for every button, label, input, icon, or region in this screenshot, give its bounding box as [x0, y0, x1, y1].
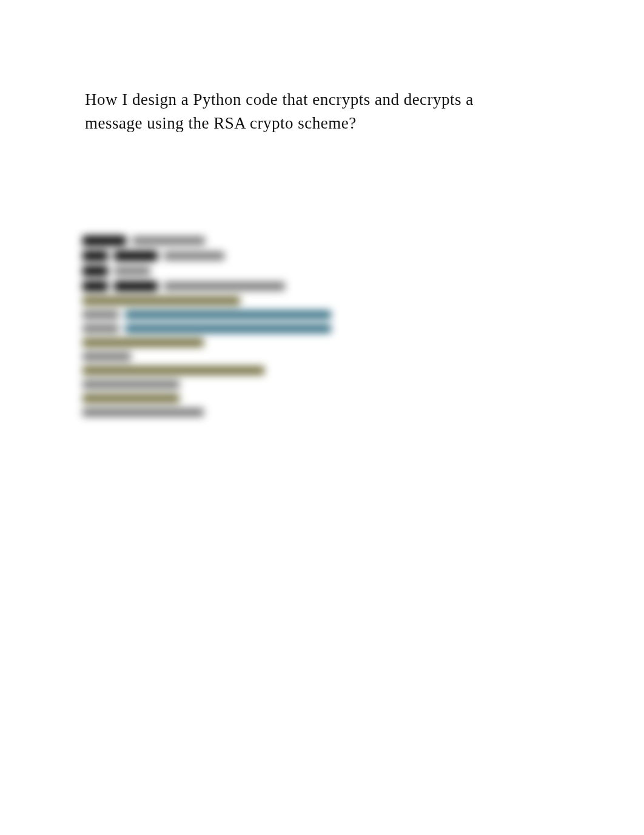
document-page: How I design a Python code that encrypts…: [0, 0, 644, 835]
blurred-line: [82, 236, 422, 246]
question-line-2: message using the RSA crypto scheme?: [85, 112, 559, 135]
blurred-line: [82, 297, 422, 305]
blurred-line: [82, 338, 422, 347]
blurred-line: [82, 394, 422, 403]
blurred-line: [82, 366, 422, 375]
blurred-line: [82, 380, 422, 389]
blurred-line: [82, 408, 422, 417]
question-text-block: How I design a Python code that encrypts…: [85, 88, 559, 135]
blurred-line: [82, 352, 422, 361]
blurred-line: [82, 266, 422, 276]
blurred-line: [82, 281, 422, 291]
blurred-line: [82, 310, 422, 319]
blurred-line: [82, 251, 422, 261]
blurred-line: [82, 324, 422, 333]
blurred-code-preview: [82, 230, 422, 422]
question-line-1: How I design a Python code that encrypts…: [85, 88, 559, 112]
